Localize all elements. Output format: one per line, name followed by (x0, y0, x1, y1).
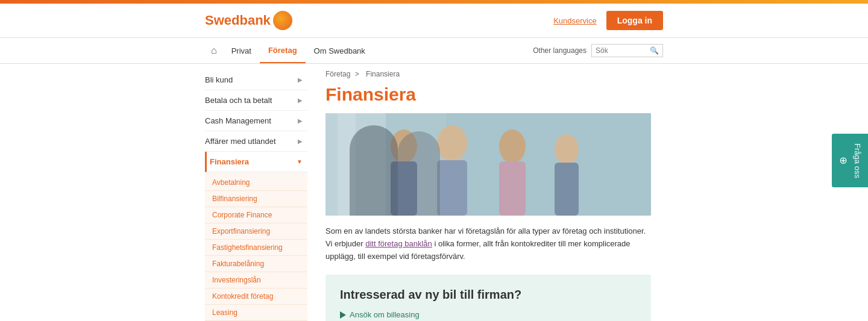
logo-globe-icon (273, 11, 292, 30)
svg-point-4 (437, 125, 467, 161)
sidebar-sub-fastighetsfinansiering[interactable]: Fastighetsfinansiering (205, 240, 307, 256)
hero-svg (326, 113, 651, 216)
body-text: Som en av landets största banker har vi … (326, 225, 651, 263)
nav-item-foretag[interactable]: Företag (260, 39, 306, 63)
kundservice-link[interactable]: Kundservice (553, 16, 597, 25)
sidebar-item-bli-kund[interactable]: Bli kund ▶ (205, 70, 307, 90)
sidebar-item-betala[interactable]: Betala och ta betalt ▶ (205, 90, 307, 111)
breadcrumb-current: Finansiera (366, 70, 400, 78)
sidebar-sub-kontokredit[interactable]: Kontokredit företag (205, 288, 307, 305)
sidebar-item-affarer[interactable]: Affärer med utlandet ▶ (205, 131, 307, 152)
breadcrumb-separator: > (355, 70, 359, 78)
nav-item-om-swedbank[interactable]: Om Swedbank (306, 39, 374, 63)
sidebar: Bli kund ▶ Betala och ta betalt ▶ Cash M… (205, 64, 307, 321)
breadcrumb-home-link[interactable]: Företag (326, 70, 350, 78)
breadcrumb: Företag > Finansiera (326, 70, 663, 78)
chevron-right-icon: ▶ (298, 117, 303, 124)
content-area: Företag > Finansiera Finansiera (307, 64, 663, 321)
nav-home-icon[interactable]: ⌂ (205, 38, 223, 63)
header: Swedbank Kundservice Logga in (0, 4, 868, 38)
svg-point-6 (499, 129, 526, 163)
svg-rect-0 (326, 113, 651, 216)
fraga-oss-button[interactable]: ⊕ Fråga oss (832, 134, 868, 188)
sidebar-sub-leasing[interactable]: Leasing (205, 305, 307, 321)
chevron-right-icon: ▶ (298, 97, 303, 104)
play-icon (340, 311, 346, 319)
sidebar-sub-avbetalning[interactable]: Avbetalning (205, 175, 307, 191)
sidebar-sub-exportfinansiering[interactable]: Exportfinansiering (205, 223, 307, 240)
promo-title: Intresserad av ny bil till firman? (340, 288, 637, 302)
sidebar-sub-fakturabelaning[interactable]: Fakturabelåning (205, 256, 307, 272)
nav-item-privat[interactable]: Privat (223, 39, 260, 63)
svg-point-2 (391, 129, 417, 163)
search-input[interactable] (596, 46, 650, 55)
sidebar-sub-bilfinansiering[interactable]: Bilfinansiering (205, 191, 307, 207)
promo-link[interactable]: Ansök om billeasing (340, 310, 637, 319)
logo[interactable]: Swedbank (205, 11, 292, 30)
circle-icon: ⊕ (838, 157, 849, 164)
chevron-right-icon: ▶ (298, 138, 303, 145)
chevron-down-icon: ▼ (297, 158, 303, 165)
promo-link-text: Ansök om billeasing (350, 310, 420, 319)
chevron-right-icon: ▶ (298, 76, 303, 83)
sidebar-item-finansiera[interactable]: Finansiera ▼ (205, 152, 307, 172)
fraga-oss-label: Fråga oss (853, 143, 862, 178)
other-languages-link[interactable]: Other languages (533, 46, 587, 55)
svg-rect-9 (555, 163, 579, 216)
svg-point-8 (555, 134, 579, 164)
sidebar-item-cash-management[interactable]: Cash Management ▶ (205, 111, 307, 131)
search-box[interactable]: 🔍 (591, 44, 663, 57)
main-layout: Bli kund ▶ Betala och ta betalt ▶ Cash M… (0, 64, 868, 321)
logo-text: Swedbank (205, 13, 271, 28)
hero-image (326, 113, 651, 216)
body-text-link[interactable]: ditt företag banklån (365, 239, 432, 248)
login-button[interactable]: Logga in (606, 11, 663, 30)
promo-box: Intresserad av ny bil till firman? Ansök… (326, 275, 651, 321)
svg-rect-11 (338, 113, 356, 216)
page-title: Finansiera (326, 84, 663, 105)
nav-right: Other languages 🔍 (533, 44, 663, 57)
nav-bar: ⌂ Privat Företag Om Swedbank Other langu… (0, 38, 868, 64)
header-right: Kundservice Logga in (553, 11, 663, 30)
svg-rect-5 (437, 160, 467, 216)
sidebar-sub-investeringslaan[interactable]: Investeringslån (205, 272, 307, 288)
sidebar-sub-items: Avbetalning Bilfinansiering Corporate Fi… (205, 172, 307, 321)
svg-rect-3 (391, 161, 417, 216)
svg-rect-7 (499, 161, 526, 216)
sidebar-sub-corporate-finance[interactable]: Corporate Finance (205, 207, 307, 223)
search-icon: 🔍 (650, 46, 659, 55)
